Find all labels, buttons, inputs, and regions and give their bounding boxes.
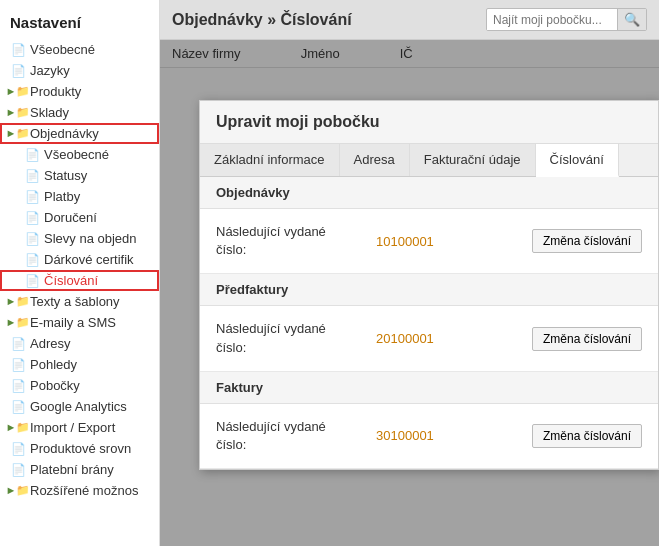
sidebar-label-5: Všeobecné xyxy=(44,147,109,162)
sidebar-icon-11: 📄 xyxy=(24,274,40,288)
sidebar-item-18[interactable]: ►📁Import / Export xyxy=(0,417,159,438)
sidebar-icon-13: ►📁 xyxy=(10,316,26,329)
sidebar-item-10[interactable]: 📄Dárkové certifik xyxy=(0,249,159,270)
search-button[interactable]: 🔍 xyxy=(617,9,646,30)
section-row-1-0: Následující vydané číslo:20100001Změna č… xyxy=(200,306,658,371)
sidebar-item-11[interactable]: 📄Číslování xyxy=(0,270,159,291)
sidebar-label-2: Produkty xyxy=(30,84,81,99)
sidebar-icon-1: 📄 xyxy=(10,64,26,78)
row-label-0-0: Následující vydané číslo: xyxy=(216,223,356,259)
sidebar-label-19: Produktové srovn xyxy=(30,441,131,456)
sidebar-item-4[interactable]: ►📁Objednávky xyxy=(0,123,159,144)
sidebar-item-19[interactable]: 📄Produktové srovn xyxy=(0,438,159,459)
sidebar-item-21[interactable]: ►📁Rozšířené možnos xyxy=(0,480,159,501)
sidebar-label-4: Objednávky xyxy=(30,126,99,141)
sidebar-label-10: Dárkové certifik xyxy=(44,252,134,267)
sidebar-item-8[interactable]: 📄Doručení xyxy=(0,207,159,228)
search-box: 🔍 xyxy=(486,8,647,31)
modal-title: Upravit moji pobočku xyxy=(200,101,658,144)
row-value-0-0: 10100001 xyxy=(376,234,512,249)
sidebar-icon-19: 📄 xyxy=(10,442,26,456)
sidebar-item-14[interactable]: 📄Adresy xyxy=(0,333,159,354)
sidebar-item-3[interactable]: ►📁Sklady xyxy=(0,102,159,123)
sidebar-label-12: Texty a šablony xyxy=(30,294,120,309)
sidebar-icon-21: ►📁 xyxy=(10,484,26,497)
sidebar-icon-3: ►📁 xyxy=(10,106,26,119)
sidebar-icon-9: 📄 xyxy=(24,232,40,246)
sidebar-icon-2: ►📁 xyxy=(10,85,26,98)
sidebar-item-5[interactable]: 📄Všeobecné xyxy=(0,144,159,165)
page-title: Objednávky » Číslování xyxy=(172,11,352,29)
sidebar-label-15: Pohledy xyxy=(30,357,77,372)
modal-tab-1[interactable]: Adresa xyxy=(340,144,410,176)
sidebar-label-21: Rozšířené možnos xyxy=(30,483,138,498)
sidebar-icon-15: 📄 xyxy=(10,358,26,372)
sidebar-label-18: Import / Export xyxy=(30,420,115,435)
change-numbering-btn-2-0[interactable]: Změna číslování xyxy=(532,424,642,448)
sidebar-item-0[interactable]: 📄Všeobecné xyxy=(0,39,159,60)
sidebar: Nastavení 📄Všeobecné📄Jazyky►📁Produkty►📁S… xyxy=(0,0,160,546)
sidebar-label-11: Číslování xyxy=(44,273,98,288)
topbar: Objednávky » Číslování 🔍 xyxy=(160,0,659,40)
sidebar-icon-18: ►📁 xyxy=(10,421,26,434)
sidebar-label-8: Doručení xyxy=(44,210,97,225)
sidebar-item-17[interactable]: 📄Google Analytics xyxy=(0,396,159,417)
sidebar-item-1[interactable]: 📄Jazyky xyxy=(0,60,159,81)
sidebar-item-15[interactable]: 📄Pohledy xyxy=(0,354,159,375)
modal-tab-2[interactable]: Fakturační údaje xyxy=(410,144,536,176)
sidebar-label-9: Slevy na objedn xyxy=(44,231,137,246)
modal-tabs: Základní informaceAdresaFakturační údaje… xyxy=(200,144,658,177)
sidebar-icon-14: 📄 xyxy=(10,337,26,351)
row-value-1-0: 20100001 xyxy=(376,331,512,346)
sidebar-label-1: Jazyky xyxy=(30,63,70,78)
sidebar-icon-16: 📄 xyxy=(10,379,26,393)
modal: Upravit moji pobočku Základní informaceA… xyxy=(199,100,659,470)
row-label-2-0: Následující vydané číslo: xyxy=(216,418,356,454)
sidebar-icon-4: ►📁 xyxy=(10,127,26,140)
sidebar-item-7[interactable]: 📄Platby xyxy=(0,186,159,207)
sidebar-item-12[interactable]: ►📁Texty a šablony xyxy=(0,291,159,312)
sidebar-icon-5: 📄 xyxy=(24,148,40,162)
sidebar-title: Nastavení xyxy=(0,8,159,39)
sidebar-item-9[interactable]: 📄Slevy na objedn xyxy=(0,228,159,249)
sidebar-label-14: Adresy xyxy=(30,336,70,351)
change-numbering-btn-0-0[interactable]: Změna číslování xyxy=(532,229,642,253)
sidebar-icon-12: ►📁 xyxy=(10,295,26,308)
sidebar-item-16[interactable]: 📄Pobočky xyxy=(0,375,159,396)
sidebar-icon-7: 📄 xyxy=(24,190,40,204)
search-input[interactable] xyxy=(487,10,617,30)
sidebar-icon-10: 📄 xyxy=(24,253,40,267)
row-value-2-0: 30100001 xyxy=(376,428,512,443)
sidebar-item-2[interactable]: ►📁Produkty xyxy=(0,81,159,102)
sidebar-icon-0: 📄 xyxy=(10,43,26,57)
sidebar-item-20[interactable]: 📄Platební brány xyxy=(0,459,159,480)
sidebar-icon-20: 📄 xyxy=(10,463,26,477)
sidebar-label-16: Pobočky xyxy=(30,378,80,393)
modal-overlay: Upravit moji pobočku Základní informaceA… xyxy=(160,40,659,546)
sidebar-label-20: Platební brány xyxy=(30,462,114,477)
sidebar-icon-6: 📄 xyxy=(24,169,40,183)
sidebar-label-13: E-maily a SMS xyxy=(30,315,116,330)
change-numbering-btn-1-0[interactable]: Změna číslování xyxy=(532,327,642,351)
modal-body: ObjednávkyNásledující vydané číslo:10100… xyxy=(200,177,658,469)
main-content-area: Název firmy Jméno IČ Upravit moji pobočk… xyxy=(160,40,659,546)
sidebar-item-6[interactable]: 📄Statusy xyxy=(0,165,159,186)
section-row-2-0: Následující vydané číslo:30100001Změna č… xyxy=(200,404,658,469)
modal-tab-0[interactable]: Základní informace xyxy=(200,144,340,176)
sidebar-label-7: Platby xyxy=(44,189,80,204)
main-area: Objednávky » Číslování 🔍 Název firmy Jmé… xyxy=(160,0,659,546)
section-header-2: Faktury xyxy=(200,372,658,404)
sidebar-icon-17: 📄 xyxy=(10,400,26,414)
sidebar-label-0: Všeobecné xyxy=(30,42,95,57)
sidebar-item-13[interactable]: ►📁E-maily a SMS xyxy=(0,312,159,333)
sidebar-label-17: Google Analytics xyxy=(30,399,127,414)
section-header-1: Předfaktury xyxy=(200,274,658,306)
section-header-0: Objednávky xyxy=(200,177,658,209)
sidebar-label-6: Statusy xyxy=(44,168,87,183)
row-label-1-0: Následující vydané číslo: xyxy=(216,320,356,356)
section-row-0-0: Následující vydané číslo:10100001Změna č… xyxy=(200,209,658,274)
sidebar-icon-8: 📄 xyxy=(24,211,40,225)
modal-tab-3[interactable]: Číslování xyxy=(536,144,619,177)
sidebar-label-3: Sklady xyxy=(30,105,69,120)
